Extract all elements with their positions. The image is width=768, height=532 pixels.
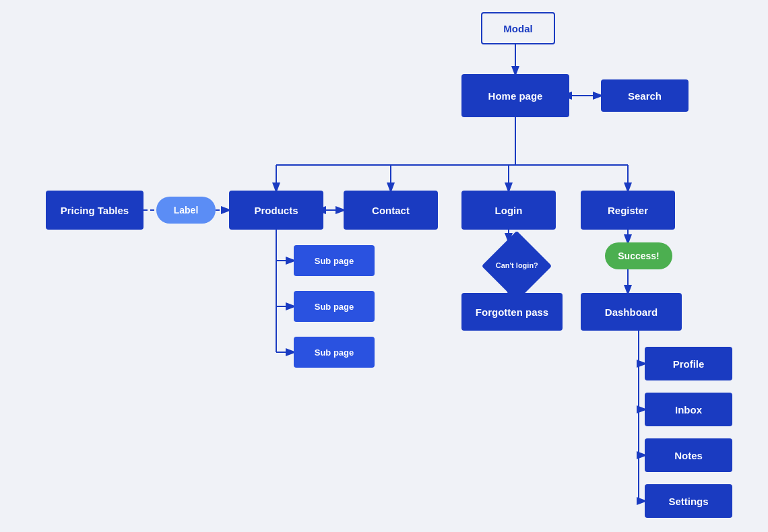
node-products[interactable]: Products xyxy=(229,191,323,230)
node-subpage2[interactable]: Sub page xyxy=(294,291,375,322)
node-register[interactable]: Register xyxy=(581,191,675,230)
node-label_badge[interactable]: Label xyxy=(156,197,216,224)
node-modal[interactable]: Modal xyxy=(481,12,555,44)
node-homepage[interactable]: Home page xyxy=(461,74,569,117)
node-dashboard[interactable]: Dashboard xyxy=(581,293,682,331)
node-cant_login[interactable]: Can't login? xyxy=(482,231,552,302)
diagram: ModalHome pageSearchProductsContactLogin… xyxy=(0,0,768,532)
node-inbox[interactable]: Inbox xyxy=(645,393,732,426)
node-pricing[interactable]: Pricing Tables xyxy=(46,191,143,230)
node-success_badge[interactable]: Success! xyxy=(605,242,672,269)
node-contact[interactable]: Contact xyxy=(344,191,438,230)
node-notes[interactable]: Notes xyxy=(645,438,732,472)
node-search[interactable]: Search xyxy=(601,79,689,112)
node-login[interactable]: Login xyxy=(461,191,556,230)
node-settings[interactable]: Settings xyxy=(645,484,732,518)
node-forgotten[interactable]: Forgotten pass xyxy=(461,293,563,331)
node-subpage1[interactable]: Sub page xyxy=(294,245,375,276)
node-profile[interactable]: Profile xyxy=(645,347,732,380)
node-subpage3[interactable]: Sub page xyxy=(294,337,375,368)
